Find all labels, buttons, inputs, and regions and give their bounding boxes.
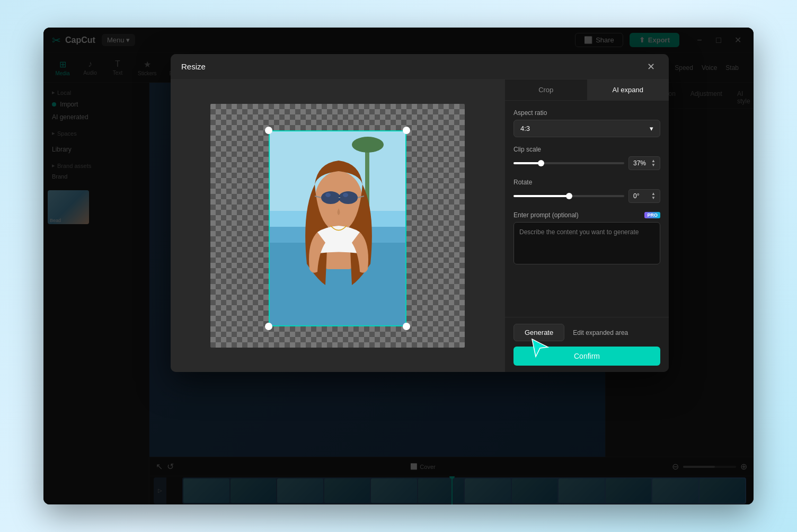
resize-modal: Resize ✕ — [171, 54, 669, 372]
aspect-ratio-select[interactable]: 4:3 ▾ — [513, 120, 660, 137]
clip-scale-fill — [513, 162, 541, 164]
modal-title: Resize — [181, 62, 643, 71]
rotate-label: Rotate — [513, 179, 660, 186]
generate-btn-wrapper: Generate — [513, 324, 564, 341]
handle-bl[interactable] — [265, 323, 272, 330]
clip-scale-group: Clip scale 37% ▲ ▼ — [513, 146, 660, 170]
chevron-down-icon: ▾ — [650, 125, 653, 132]
clip-scale-slider-row: 37% ▲ ▼ — [513, 156, 660, 170]
modal-body: Crop AI expand Aspect ratio 4:3 — [171, 79, 669, 372]
modal-overlay: Resize ✕ — [43, 28, 754, 504]
svg-marker-16 — [532, 339, 548, 357]
cursor-arrow-icon — [529, 336, 551, 358]
rotate-slider-row: 0° ▲ ▼ — [513, 189, 660, 203]
rotate-group: Rotate 0° ▲ ▼ — [513, 179, 660, 203]
clip-scale-slider[interactable] — [513, 162, 624, 164]
modal-right-panel: Crop AI expand Aspect ratio 4:3 — [504, 79, 669, 372]
clip-scale-label: Clip scale — [513, 146, 660, 153]
modal-close-button[interactable]: ✕ — [643, 59, 658, 74]
rotate-fill — [513, 195, 569, 197]
tab-ai-expand[interactable]: AI expand — [587, 79, 669, 100]
modal-header: Resize ✕ — [171, 54, 669, 79]
handle-tl[interactable] — [265, 127, 272, 134]
handle-br[interactable] — [403, 323, 410, 330]
clip-scale-steppers: ▲ ▼ — [651, 159, 656, 167]
footer-buttons-row: Generate Edit expanded area — [513, 324, 660, 341]
clip-scale-down[interactable]: ▼ — [651, 163, 656, 167]
aspect-ratio-group: Aspect ratio 4:3 ▾ — [513, 109, 660, 137]
modal-tabs: Crop AI expand — [505, 79, 669, 101]
canvas-area — [171, 79, 504, 372]
svg-point-3 — [352, 137, 384, 153]
handle-tr[interactable] — [403, 127, 410, 134]
person-image — [270, 131, 406, 326]
svg-point-9 — [339, 191, 358, 204]
image-frame[interactable] — [269, 130, 406, 326]
rotate-steppers: ▲ ▼ — [651, 192, 656, 200]
modal-footer: Generate Edit expanded area — [505, 317, 669, 372]
pro-badge: PRO — [644, 212, 660, 218]
svg-point-13 — [325, 193, 331, 197]
rotate-slider[interactable] — [513, 195, 624, 197]
clip-scale-value: 37% ▲ ▼ — [628, 156, 660, 170]
cursor-indicator — [529, 336, 551, 360]
prompt-group: Enter prompt (optional) PRO — [513, 211, 660, 264]
svg-point-8 — [321, 191, 340, 204]
canvas-container — [210, 104, 465, 348]
edit-expanded-button[interactable]: Edit expanded area — [569, 325, 632, 341]
tab-crop[interactable]: Crop — [505, 79, 587, 100]
rotate-down[interactable]: ▼ — [651, 196, 656, 200]
svg-point-14 — [343, 193, 348, 197]
prompt-label: Enter prompt (optional) — [513, 211, 579, 219]
app-window: ✂ CapCut Menu ▾ ⬜ Share ⬆ Export − □ ✕ ⊞… — [43, 28, 754, 504]
rotate-thumb[interactable] — [566, 193, 572, 199]
rotate-value: 0° ▲ ▼ — [628, 189, 660, 203]
clip-scale-thumb[interactable] — [538, 160, 544, 166]
modal-right-content: Aspect ratio 4:3 ▾ Clip scale — [505, 101, 669, 317]
aspect-ratio-label: Aspect ratio — [513, 109, 660, 117]
prompt-textarea[interactable] — [513, 222, 660, 264]
